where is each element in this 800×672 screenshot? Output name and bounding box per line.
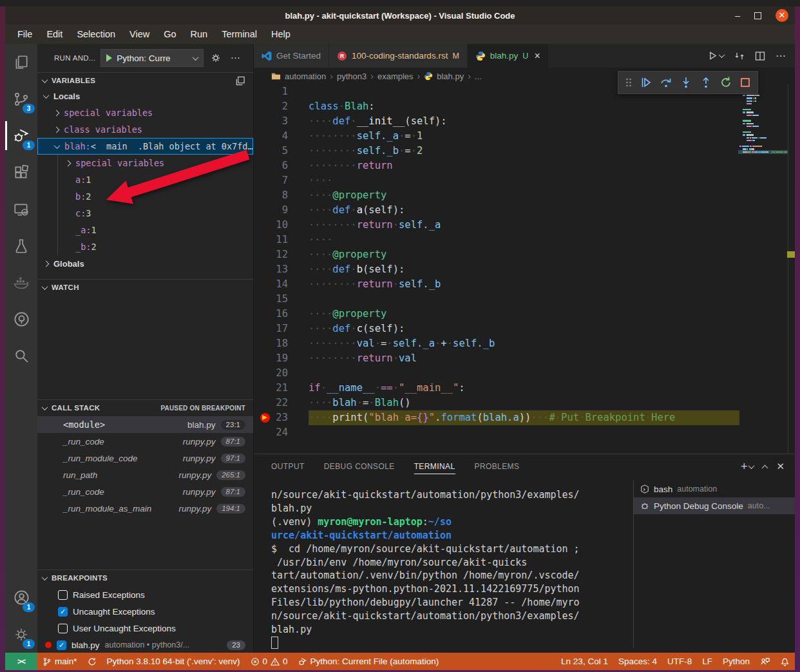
variable-row[interactable]: special variables [37,155,253,171]
code-line[interactable]: 6········return [254,158,739,173]
line-number-gutter[interactable]: 24 [254,425,309,440]
breakpoint-checkbox[interactable] [58,624,68,633]
indentation-status[interactable]: Spaces: 4 [613,653,662,670]
call-stack-frame[interactable]: <module>blah.py23:1 [37,416,253,433]
code-line[interactable]: 13····def·b(self): [254,262,739,277]
variable-row[interactable]: b: 2 [37,188,253,205]
breakpoint-row[interactable]: ✓blah.pyautomation • python3/...23 [37,637,253,653]
close-button[interactable]: ✕ [776,9,788,22]
panel-tab-debug-console[interactable]: DEBUG CONSOLE [324,454,395,479]
maximize-button[interactable] [754,12,761,19]
call-stack-frame[interactable]: _run_coderunpy.py87:1 [37,483,253,500]
chevron-right-icon[interactable] [65,160,71,166]
minimap[interactable] [739,89,787,157]
line-number-gutter[interactable]: 15 [254,292,309,307]
panel-tab-output[interactable]: OUTPUT [271,454,305,479]
restart-button[interactable] [719,76,732,89]
breakpoint-row[interactable]: ✓Uncaught Exceptions [37,603,253,620]
line-number-gutter[interactable]: 23 [254,410,309,425]
variable-row[interactable]: _b: 2 [37,238,253,255]
breakpoints-section-header[interactable]: BREAKPOINTS [37,570,253,586]
variable-row[interactable]: blah: <__main__.Blah object at 0x7fd… [37,138,253,155]
menu-view[interactable]: View [122,29,157,39]
sync-changes-button[interactable] [82,653,102,670]
variable-row[interactable]: Locals [37,88,253,104]
remote-indicator[interactable]: >< [5,653,37,670]
tab-get-started[interactable]: Get Started [254,44,329,68]
code-line[interactable]: 8····@property [254,188,739,203]
code-line[interactable]: 16····@property [254,307,739,322]
variable-row[interactable]: a: 1 [37,171,253,188]
chevron-down-icon[interactable] [43,92,50,99]
watch-section-header[interactable]: WATCH [37,279,253,295]
code-line[interactable]: 2class·Blah: [254,99,739,114]
menu-selection[interactable]: Selection [70,29,122,39]
menu-terminal[interactable]: Terminal [214,29,264,39]
code-line[interactable]: 18········val·=·self._a·+·self._b [254,336,739,351]
code-line[interactable]: 20 [254,366,739,381]
line-number-gutter[interactable]: 5 [254,144,309,158]
debug-gear-icon[interactable] [209,51,223,65]
breadcrumb-item[interactable]: blah.py [437,72,464,81]
maximize-panel-icon[interactable] [762,465,768,471]
debug-config-dropdown[interactable]: Python: Curre [100,49,204,67]
activity-remote-explorer[interactable] [5,191,37,227]
activity-explorer[interactable] [5,44,37,81]
line-number-gutter[interactable]: 6 [254,158,309,173]
activity-testing[interactable] [5,227,37,264]
breadcrumb-item[interactable]: examples [377,72,414,81]
new-terminal-button[interactable]: + [741,460,754,474]
feedback-button[interactable] [755,653,775,670]
panel-tab-problems[interactable]: PROBLEMS [475,454,520,479]
variable-row[interactable]: special variables [37,104,253,121]
debug-config-status[interactable]: Python: Current File (automation) [293,653,444,670]
line-number-gutter[interactable]: 11 [254,233,309,247]
code-line[interactable]: 4········self._a·=·1 [254,129,739,144]
close-tab-icon[interactable]: × [534,50,540,62]
eol-status[interactable]: LF [697,653,718,670]
activity-run-debug[interactable]: 1 [5,117,37,154]
breakpoint-paused-icon[interactable] [260,413,270,423]
code-line[interactable]: 7···· [254,173,739,188]
variables-section-header[interactable]: VARIABLES [37,72,253,88]
code-editor[interactable]: 12class·Blah:3····def·__init__(self):4··… [254,84,739,454]
line-number-gutter[interactable]: 2 [254,99,309,114]
line-number-gutter[interactable]: 22 [254,396,309,410]
line-number-gutter[interactable]: 9 [254,203,309,218]
line-number-gutter[interactable]: 19 [254,351,309,366]
terminal-list-item[interactable]: Python Debug Consoleauto... [634,497,795,514]
chevron-right-icon[interactable] [53,110,60,116]
variable-row[interactable]: _a: 1 [37,222,253,238]
call-stack-frame[interactable]: _run_module_coderunpy.py97:1 [37,450,253,466]
encoding-status[interactable]: UTF-8 [662,653,697,670]
continue-button[interactable] [640,76,652,89]
menu-go[interactable]: Go [157,29,183,39]
open-changes-button[interactable] [734,51,745,61]
step-over-button[interactable] [660,76,672,89]
line-number-gutter[interactable]: 8 [254,188,309,203]
tab-blah-py[interactable]: blah.py U × [468,44,549,68]
call-stack-section-header[interactable]: CALL STACK PAUSED ON BREAKPOINT [37,399,253,416]
stop-button[interactable] [739,77,751,88]
menu-run[interactable]: Run [184,29,215,39]
step-into-button[interactable] [680,76,692,89]
breadcrumb-item[interactable]: python3 [337,72,367,81]
line-number-gutter[interactable]: 14 [254,277,309,292]
code-line[interactable]: 10········return·self._a [254,218,739,233]
line-number-gutter[interactable]: 3 [254,114,309,129]
line-number-gutter[interactable]: 13 [254,262,309,277]
tab-coding-standards[interactable]: R 100-coding-standards.rst M [329,44,468,68]
breakpoint-row[interactable]: Raised Exceptions [37,586,253,603]
close-panel-icon[interactable]: ✕ [776,461,785,472]
variable-row[interactable]: class variables [37,121,253,138]
python-interpreter-status[interactable]: Python 3.8.10 64-bit ('.venv': venv) [102,653,245,670]
call-stack-frame[interactable]: run_pathrunpy.py265:1 [37,466,253,483]
step-out-button[interactable] [700,76,712,89]
code-line[interactable]: 24 [254,425,739,440]
chevron-right-icon[interactable] [43,260,50,267]
line-number-gutter[interactable]: 1 [254,84,309,99]
call-stack-frame[interactable]: _run_module_as_mainrunpy.py194:1 [37,500,253,517]
panel-tab-terminal[interactable]: TERMINAL [414,454,455,479]
call-stack-frame[interactable]: _run_coderunpy.py87:1 [37,433,253,450]
chevron-down-icon[interactable] [54,142,61,149]
